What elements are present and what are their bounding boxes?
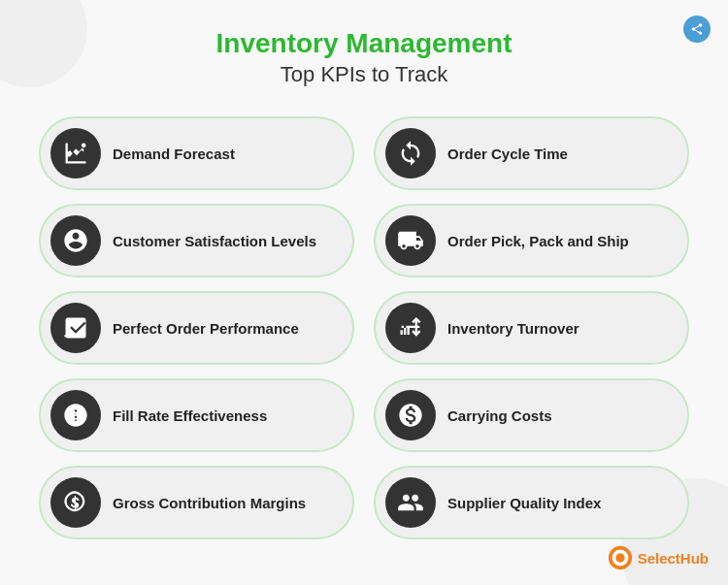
kpi-card-supplier-quality: Supplier Quality Index — [374, 466, 689, 539]
order-cycle-time-label: Order Cycle Time — [447, 145, 568, 164]
page-title-sub: Top KPIs to Track — [39, 60, 689, 90]
page-header: Inventory Management Top KPIs to Track — [39, 27, 689, 89]
perfect-order-performance-label: Perfect Order Performance — [113, 319, 299, 339]
demand-forecast-icon — [62, 140, 89, 167]
fill-rate-effectiveness-icon — [62, 402, 89, 429]
supplier-quality-icon-circle — [385, 477, 436, 528]
gross-contribution-icon — [62, 489, 89, 516]
gross-contribution-icon-circle — [50, 477, 101, 528]
kpi-card-order-pick-pack-ship: Order Pick, Pack and Ship — [374, 204, 689, 277]
inventory-turnover-icon — [397, 314, 424, 341]
supplier-quality-label: Supplier Quality Index — [447, 494, 601, 513]
supplier-quality-icon — [397, 489, 424, 516]
perfect-order-performance-icon — [62, 314, 89, 341]
fill-rate-effectiveness-icon-circle — [50, 390, 101, 440]
carrying-costs-icon — [397, 402, 424, 429]
order-cycle-time-icon — [397, 140, 424, 167]
fill-rate-effectiveness-label: Fill Rate Effectiveness — [113, 406, 267, 426]
kpi-card-order-cycle-time: Order Cycle Time — [374, 116, 689, 190]
kpi-card-gross-contribution: Gross Contribution Margins — [39, 466, 354, 539]
order-pick-pack-ship-label: Order Pick, Pack and Ship — [447, 232, 629, 251]
kpi-card-demand-forecast: Demand Forecast — [39, 116, 354, 190]
page-title-main: Inventory Management — [39, 27, 689, 60]
customer-satisfaction-icon-circle — [50, 215, 101, 266]
order-pick-pack-ship-icon — [397, 227, 424, 254]
kpi-grid: Demand Forecast Order Cycle Time Custome… — [39, 116, 689, 539]
kpi-card-perfect-order-performance: Perfect Order Performance — [39, 291, 354, 365]
gross-contribution-label: Gross Contribution Margins — [113, 494, 306, 513]
kpi-card-carrying-costs: Carrying Costs — [374, 378, 689, 452]
carrying-costs-icon-circle — [385, 390, 436, 440]
carrying-costs-label: Carrying Costs — [447, 406, 552, 426]
order-cycle-time-icon-circle — [385, 128, 436, 179]
order-pick-pack-ship-icon-circle — [385, 215, 436, 266]
inventory-turnover-icon-circle — [385, 303, 436, 353]
kpi-card-fill-rate-effectiveness: Fill Rate Effectiveness — [39, 378, 354, 452]
demand-forecast-icon-circle — [50, 128, 101, 179]
inventory-turnover-label: Inventory Turnover — [447, 319, 579, 339]
customer-satisfaction-icon — [62, 227, 89, 254]
main-container: Inventory Management Top KPIs to Track D… — [0, 0, 728, 559]
svg-point-0 — [82, 144, 86, 148]
kpi-card-inventory-turnover: Inventory Turnover — [374, 291, 689, 365]
kpi-card-customer-satisfaction: Customer Satisfaction Levels — [39, 204, 354, 277]
demand-forecast-label: Demand Forecast — [113, 145, 235, 164]
svg-rect-1 — [64, 335, 73, 337]
perfect-order-performance-icon-circle — [50, 303, 101, 353]
customer-satisfaction-label: Customer Satisfaction Levels — [113, 232, 316, 251]
